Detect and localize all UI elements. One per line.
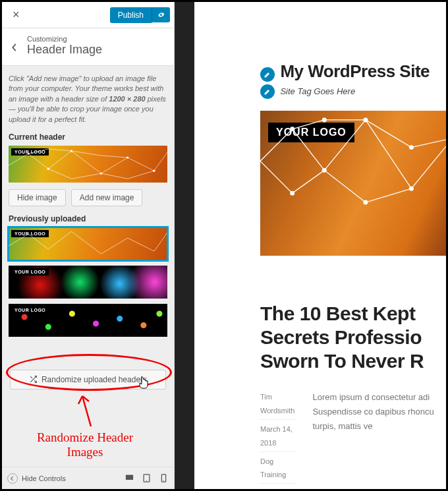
uploaded-thumbnail-3[interactable]: YOUR LOGO	[9, 304, 167, 337]
tablet-icon	[142, 473, 152, 483]
footer-bar: Hide Controls	[2, 467, 174, 489]
gear-icon	[157, 11, 165, 19]
article-headline: The 10 Best Kept Secrets Professio Sworn…	[260, 302, 446, 373]
randomize-button[interactable]: Randomize uploaded headers	[10, 370, 166, 390]
site-preview-pane: My WordPress Site Site Tag Goes Here YOU…	[175, 2, 446, 489]
polygon-graphic	[9, 227, 167, 260]
back-button[interactable]	[7, 40, 22, 55]
collapse-icon	[7, 473, 18, 484]
publish-button[interactable]: Publish	[110, 7, 152, 23]
pencil-icon	[264, 71, 271, 78]
svg-point-13	[409, 187, 414, 191]
uploaded-thumbnail-1[interactable]: YOUR LOGO	[9, 227, 167, 260]
meta-author: Tim Wordsmith	[260, 390, 296, 420]
svg-point-9	[163, 480, 163, 481]
svg-point-17	[322, 117, 327, 122]
svg-point-7	[146, 480, 146, 481]
close-icon[interactable]: ×	[6, 4, 26, 26]
svg-point-1	[47, 167, 49, 169]
site-tagline: Site Tag Goes Here	[280, 86, 355, 96]
section-label-current: Current header	[9, 132, 167, 142]
breadcrumb: Customizing Header Image	[2, 28, 174, 66]
current-header-thumbnail[interactable]: YOUR LOGO	[9, 146, 167, 183]
svg-point-15	[290, 191, 294, 196]
desktop-icon	[125, 473, 134, 483]
hide-image-button[interactable]: Hide image	[9, 189, 66, 206]
svg-point-3	[100, 173, 102, 175]
svg-point-12	[363, 117, 368, 122]
svg-point-5	[153, 169, 155, 171]
svg-point-16	[363, 200, 368, 205]
description-text: Click "Add new image" to upload an image…	[9, 74, 167, 125]
svg-point-10	[290, 127, 294, 131]
customizer-sidebar: × Publish Customizing Header Image Click…	[2, 2, 175, 489]
svg-point-0	[28, 152, 30, 154]
meta-date: March 14, 2018	[260, 422, 296, 452]
svg-point-14	[409, 145, 414, 150]
polygon-graphic	[9, 146, 167, 183]
mobile-icon	[159, 473, 169, 483]
svg-point-11	[322, 168, 327, 173]
site-title: My WordPress Site	[280, 61, 430, 81]
svg-point-2	[70, 150, 72, 152]
settings-button[interactable]	[152, 7, 170, 22]
meta-category: Dog Training	[260, 455, 296, 484]
logo-badge: YOUR LOGO	[11, 268, 49, 275]
shuffle-icon	[29, 375, 38, 384]
device-desktop-button[interactable]	[124, 473, 134, 484]
uploaded-thumbnail-2[interactable]: YOUR LOGO	[9, 266, 167, 299]
chevron-left-icon	[11, 43, 18, 52]
pencil-icon	[264, 88, 271, 96]
article-meta: Tim Wordsmith March 14, 2018 Dog Trainin…	[260, 390, 296, 486]
edit-shortcut-title[interactable]	[260, 67, 275, 82]
logo-badge: YOUR LOGO	[11, 306, 49, 314]
article-body: Lorem ipsum d consectetur adi Suspendiss…	[312, 390, 446, 486]
device-mobile-button[interactable]	[158, 473, 169, 484]
add-new-image-button[interactable]: Add new image	[71, 189, 143, 206]
breadcrumb-parent: Customizing	[27, 35, 165, 43]
customizer-topbar: × Publish	[2, 2, 174, 28]
hide-controls-button[interactable]: Hide Controls	[7, 473, 66, 484]
svg-point-4	[126, 156, 128, 158]
page-title: Header Image	[27, 43, 165, 57]
polygon-graphic	[260, 111, 446, 212]
device-tablet-button[interactable]	[141, 473, 152, 484]
randomize-label: Randomize uploaded headers	[42, 375, 147, 384]
section-label-previous: Previously uploaded	[9, 214, 167, 223]
edit-shortcut-tagline[interactable]	[260, 84, 275, 99]
header-image-preview: YOUR LOGO	[260, 111, 446, 256]
